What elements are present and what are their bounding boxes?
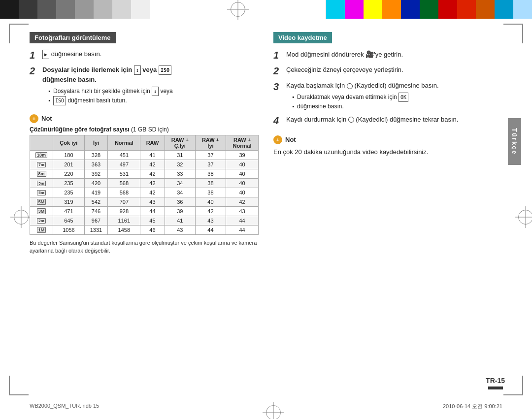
step-2-subitem: Dosyalara hızlı bir şekilde gitmek için … (48, 87, 259, 96)
cell: 235 (53, 178, 84, 188)
cell: 201 (53, 160, 84, 169)
right-step-3-text: Kayda başlamak için (Kaydedici) düğmesin… (286, 81, 502, 111)
cell: 40 (226, 188, 259, 197)
cell: 42 (226, 197, 259, 206)
color-bar (0, 0, 532, 19)
not-box-right: + Not (273, 135, 296, 144)
cell: 645 (53, 216, 84, 225)
table-row: 5m 235 420 568 42 34 38 40 (30, 178, 259, 188)
cell: 32 (165, 160, 195, 169)
res-icon-5m: 5M (30, 197, 53, 206)
cell: 40 (226, 160, 259, 169)
cell: 39 (226, 150, 259, 160)
corner-marker-br (503, 376, 523, 395)
right-step-2: 2 Çekeceğiniz özneyi çerçeveye yerleştir… (273, 65, 502, 77)
cell: 42 (140, 178, 165, 188)
step-1-text: ▶ düğmesine basın. (42, 49, 259, 59)
res-icon-8m: 8m (30, 169, 53, 178)
cell: 42 (140, 169, 165, 178)
cell: 46 (140, 225, 165, 234)
table-header-row: Çok iyi İyi Normal RAW RAW +Ç.İyi RAW +İ… (30, 135, 259, 150)
cell: 33 (165, 169, 195, 178)
not-icon-left: + (30, 114, 38, 123)
cell: 34 (165, 178, 195, 188)
cell: 38 (195, 169, 226, 178)
crosshair-right (518, 210, 532, 225)
cell: 1056 (53, 225, 84, 234)
right-step-2-text: Çekeceğiniz özneyi çerçeveye yerleştirin… (286, 65, 502, 75)
nav-icon-small: ↕ (152, 87, 159, 96)
col-header-raw-iyi: RAW +İyi (195, 135, 226, 150)
col-header-iyi: İyi (84, 135, 108, 150)
cell: 43 (165, 225, 195, 234)
cell: 451 (108, 150, 140, 160)
cell: 420 (84, 178, 108, 188)
cell: 568 (108, 178, 140, 188)
not-icon-right: + (273, 135, 282, 144)
step-2: 2 Dosyalar içinde ilerlemek için ↕ veya … (30, 65, 259, 105)
table-row: 5M 319 542 707 43 36 40 42 (30, 197, 259, 206)
cell: 967 (84, 216, 108, 225)
cell: 44 (226, 225, 259, 234)
left-section-header: Fotoğrafları görüntüleme (30, 32, 116, 43)
table-title: Çözünürlüğüne göre fotoğraf sayısı (1 GB… (30, 126, 259, 133)
right-step-4-text: Kaydı durdurmak için (Kaydedici) düğmesi… (286, 115, 502, 125)
crosshair-left (14, 210, 29, 225)
cell: 542 (84, 197, 108, 206)
right-step-3-subitem-2: düğmesine basın. (292, 102, 502, 111)
cell: 43 (195, 216, 226, 225)
cell: 531 (108, 169, 140, 178)
cell: 45 (140, 216, 165, 225)
photo-count-table: Çok iyi İyi Normal RAW RAW +Ç.İyi RAW +İ… (30, 135, 259, 235)
cell: 497 (108, 160, 140, 169)
right-step-1-text: Mod düğmesini döndürerek 🎥'ye getirin. (286, 49, 502, 60)
corner-marker-tr (503, 24, 523, 43)
iso-button-icon: ISO (159, 65, 171, 75)
res-icon-5mh: 5m (30, 178, 53, 188)
right-step-3-subitem: Duraklatmak veya devam ettirmek için OK (292, 93, 502, 102)
nav-button-icon: ↕ (134, 65, 141, 75)
footer-right: 2010-06-14 오전 9:00:21 (443, 403, 502, 410)
table-row: 1M 1056 1331 1458 46 43 44 44 (30, 225, 259, 234)
not-label-left: Not (41, 115, 52, 122)
cell: 1161 (108, 216, 140, 225)
cell: 43 (226, 206, 259, 216)
cell: 471 (53, 206, 84, 216)
not-text-right: En çok 20 dakika uzunluğunda video kayde… (273, 148, 502, 156)
main-content: Fotoğrafları görüntüleme 1 ▶ düğmesine b… (30, 27, 502, 392)
cell: 37 (195, 160, 226, 169)
cell: 928 (108, 206, 140, 216)
col-header-raw-ciyi: RAW +Ç.İyi (165, 135, 195, 150)
footer-left: WB2000_QSM_TUR.indb 15 (30, 403, 99, 410)
cell: 44 (226, 216, 259, 225)
left-column: Fotoğrafları görüntüleme 1 ▶ düğmesine b… (30, 27, 259, 392)
cell: 39 (165, 206, 195, 216)
cell: 42 (140, 160, 165, 169)
right-step-4: 4 Kaydı durdurmak için (Kaydedici) düğme… (273, 115, 502, 127)
cell: 220 (53, 169, 84, 178)
cell: 42 (140, 188, 165, 197)
not-label-right: Not (285, 136, 296, 143)
cell: 40 (226, 178, 259, 188)
table-row: 3M 471 746 928 44 39 42 43 (30, 206, 259, 216)
play-button-icon: ▶ (42, 50, 49, 59)
right-section-header: Video kaydetme (273, 32, 332, 43)
col-header-normal: Normal (108, 135, 140, 150)
cell: 42 (195, 206, 226, 216)
col-header-cokiyi: Çok iyi (53, 135, 84, 150)
step-1: 1 ▶ düğmesine basın. (30, 49, 259, 61)
cell: 38 (195, 178, 226, 188)
right-step-3: 3 Kayda başlamak için (Kaydedici) düğmes… (273, 81, 502, 111)
video-camera-icon: 🎥 (366, 50, 374, 58)
cell: 41 (140, 150, 165, 160)
table-row: 5m 235 419 568 42 34 38 40 (30, 188, 259, 197)
language-tab: Türkçe (508, 118, 521, 165)
right-step-2-number: 2 (273, 65, 282, 77)
page-number-bar (488, 387, 503, 389)
right-step-1: 1 Mod düğmesini döndürerek 🎥'ye getirin. (273, 49, 502, 61)
res-icon-7m: 7m (30, 160, 53, 169)
corner-marker-bl (9, 376, 29, 395)
cell: 40 (195, 197, 226, 206)
table-footnote: Bu değerler Samsung'un standart koşullar… (30, 239, 259, 255)
step-2-sublist: Dosyalara hızlı bir şekilde gitmek için … (48, 87, 259, 105)
